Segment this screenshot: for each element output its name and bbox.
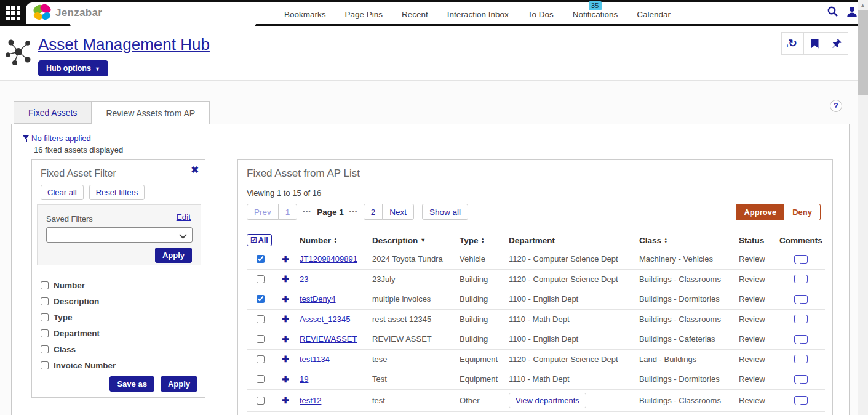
expand-row-icon[interactable]: ✚ (282, 254, 289, 264)
expand-row-icon[interactable]: ✚ (282, 294, 289, 304)
asset-number-link[interactable]: testDeny4 (300, 294, 336, 304)
row-select-checkbox[interactable] (257, 397, 265, 405)
column-header-description[interactable]: Description▼ (370, 236, 457, 245)
nav-item-notifications[interactable]: Notifications35 (573, 10, 618, 19)
row-select-checkbox[interactable] (257, 355, 265, 363)
filter-field-description: Description (41, 297, 116, 306)
refresh-add-button[interactable]: ↻+ (781, 32, 804, 55)
deny-button[interactable]: Deny (784, 204, 821, 220)
asset-number-link[interactable]: test12 (300, 396, 321, 405)
vertical-scrollbar[interactable] (858, 0, 868, 415)
page-1-button[interactable]: 1 (278, 204, 298, 220)
filter-checkbox-class[interactable] (41, 345, 49, 353)
tab-fixed-assets[interactable]: Fixed Assets (14, 101, 92, 124)
row-select-checkbox[interactable] (257, 295, 265, 303)
row-select-checkbox[interactable] (257, 335, 265, 343)
filter-field-label: Type (54, 313, 73, 322)
next-page-button[interactable]: Next (382, 204, 414, 220)
asset-number-link[interactable]: test1134 (300, 355, 330, 364)
page-2-button[interactable]: 2 (364, 204, 383, 220)
asset-number-link[interactable]: JT12098409891 (300, 254, 357, 264)
bookmark-button[interactable] (803, 32, 826, 55)
column-header-number[interactable]: Number▲▼ (297, 236, 370, 245)
hub-options-button[interactable]: Hub options▼ (38, 60, 108, 76)
pin-button[interactable] (826, 32, 848, 55)
comment-icon[interactable] (794, 396, 808, 405)
approve-button[interactable]: Approve (736, 204, 784, 220)
asset-number-link[interactable]: REVIEWASSET (300, 334, 357, 344)
pin-icon (832, 38, 842, 49)
filter-checkbox-department[interactable] (41, 329, 49, 337)
filter-field-department: Department (41, 329, 116, 338)
page-title-link[interactable]: Asset Management Hub (38, 35, 210, 54)
asset-class: Machinery - Vehicles (637, 254, 736, 264)
app-menu-icon[interactable] (6, 6, 20, 20)
comment-icon[interactable] (794, 275, 808, 283)
nav-item-calendar[interactable]: Calendar (637, 10, 671, 19)
user-icon[interactable] (846, 5, 858, 18)
view-departments-button[interactable]: View departments (509, 393, 586, 408)
fixed-asset-list-card: Fixed Asset from AP List Viewing 1 to 15… (237, 159, 833, 415)
row-select-checkbox[interactable] (257, 315, 265, 323)
comment-icon[interactable] (794, 355, 808, 363)
edit-saved-filters-link[interactable]: Edit (177, 212, 191, 222)
sort-desc-icon[interactable]: ▼ (420, 237, 426, 243)
column-header-class[interactable]: Class▲▼ (637, 236, 736, 245)
row-select-checkbox[interactable] (257, 255, 265, 263)
sort-icon[interactable]: ▲▼ (664, 237, 667, 244)
help-icon[interactable]: ? (830, 100, 842, 112)
expand-row-icon[interactable]: ✚ (282, 354, 289, 364)
table-body: ✚JT120984098912024 Toyota TundraVehicle1… (247, 249, 825, 412)
scrollbar-thumb[interactable] (858, 10, 868, 95)
scrollbar-up-arrow[interactable] (858, 0, 868, 10)
asset-description: tese (370, 355, 457, 364)
save-as-button[interactable]: Save as (109, 376, 154, 392)
filter-checkbox-number[interactable] (41, 281, 49, 289)
asset-description: rest asset 12345 (370, 315, 457, 324)
column-label: Type (460, 236, 479, 245)
nav-item-recent[interactable]: Recent (402, 10, 428, 19)
viewing-range-text: Viewing 1 to 15 of 16 (247, 188, 321, 198)
reset-filters-button[interactable]: Reset filters (89, 185, 145, 200)
expand-row-icon[interactable]: ✚ (282, 395, 289, 405)
row-select-checkbox[interactable] (257, 375, 265, 383)
sort-icon[interactable]: ▲▼ (333, 237, 337, 244)
expand-row-icon[interactable]: ✚ (282, 374, 289, 384)
row-select-checkbox[interactable] (257, 275, 265, 283)
close-icon[interactable]: ✖ (191, 164, 199, 175)
apply-saved-filter-button[interactable]: Apply (155, 248, 192, 263)
expand-row-icon[interactable]: ✚ (282, 334, 289, 344)
asset-number-link[interactable]: 19 (300, 374, 308, 384)
prev-page-button[interactable]: Prev (247, 204, 279, 220)
apply-filters-button[interactable]: Apply (161, 376, 197, 392)
asset-description: 2024 Toyota Tundra (370, 254, 457, 264)
comment-icon[interactable] (794, 255, 808, 264)
asset-status: Review (736, 275, 777, 284)
filter-checkbox-invoice-number[interactable] (41, 361, 49, 369)
expand-row-icon[interactable]: ✚ (282, 314, 289, 324)
comment-icon[interactable] (794, 295, 808, 304)
tab-review-assets-from-ap[interactable]: Review Assets from AP (91, 101, 210, 124)
saved-filters-select[interactable] (46, 227, 193, 243)
select-all-button[interactable]: ☑All (247, 234, 272, 246)
asset-number-link[interactable]: 23 (300, 275, 308, 284)
table-row: ✚19TestEquipment1110 - Math DeptBuilding… (247, 369, 825, 390)
nav-item-interaction-inbox[interactable]: Interaction Inbox (447, 10, 509, 19)
nav-item-page-pins[interactable]: Page Pins (345, 10, 383, 19)
show-all-button[interactable]: Show all (422, 204, 468, 220)
clear-all-button[interactable]: Clear all (41, 185, 84, 200)
nav-item-to-dos[interactable]: To Dos (528, 10, 554, 19)
comment-icon[interactable] (794, 315, 808, 323)
filter-checkbox-type[interactable] (41, 313, 49, 321)
asset-number-link[interactable]: Assset_12345 (300, 315, 350, 324)
expand-row-icon[interactable]: ✚ (282, 274, 289, 284)
search-icon[interactable] (827, 5, 839, 18)
comment-icon[interactable] (794, 335, 808, 344)
sort-icon[interactable]: ▲▼ (481, 237, 485, 244)
asset-department: 1110 - Math Dept (506, 315, 637, 324)
no-filters-applied-link[interactable]: No filters applied (31, 134, 91, 143)
nav-item-bookmarks[interactable]: Bookmarks (284, 10, 326, 19)
filter-checkbox-description[interactable] (41, 297, 49, 305)
column-header-type[interactable]: Type▲▼ (457, 236, 506, 245)
comment-icon[interactable] (794, 375, 808, 384)
